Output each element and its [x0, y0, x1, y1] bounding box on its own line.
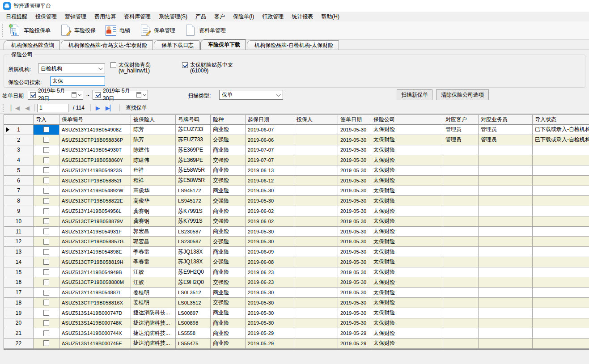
column-header-company[interactable]: 保险公司: [371, 115, 443, 125]
menu-item-6[interactable]: 产品: [191, 12, 210, 22]
column-header-insured[interactable]: 被保险人: [131, 115, 176, 125]
company-checkbox-qingdao[interactable]: 太保财险青岛 (w_hailinwf1): [110, 62, 151, 74]
current-page-input[interactable]: [37, 104, 68, 112]
checkbox-unchecked-icon[interactable]: [43, 290, 49, 296]
checkbox-unchecked-icon[interactable]: [43, 178, 49, 183]
checkbox-unchecked-icon[interactable]: [43, 320, 49, 326]
import-checkbox-cell[interactable]: [34, 135, 59, 145]
checkbox-unchecked-icon[interactable]: [43, 218, 49, 224]
menu-item-2[interactable]: 营销管理: [61, 12, 90, 22]
table-row[interactable]: 12ASUZ513CTP19B058857G郭宏昌LS230587交强险2019…: [4, 237, 589, 247]
checkbox-unchecked-icon[interactable]: [43, 127, 49, 132]
table-row[interactable]: 17ASUZ513Y1419B054887I姜桂明LS0L3512商业险2019…: [4, 288, 589, 298]
import-checkbox-cell[interactable]: [34, 308, 59, 318]
sign-date-to-picker[interactable]: 2019年 5月30日: [93, 90, 148, 100]
checkbox-checked-icon[interactable]: [30, 92, 36, 98]
import-checkbox-cell[interactable]: [34, 125, 59, 135]
import-checkbox-cell[interactable]: [34, 267, 59, 278]
menu-item-0[interactable]: 日程提醒: [2, 12, 31, 22]
checkbox-unchecked-icon[interactable]: [43, 208, 49, 214]
column-header-sign_date[interactable]: 签单日期: [338, 115, 371, 125]
table-row[interactable]: 22ASUZ513S1419B000745E捷达消防科技...LS55475商业…: [4, 339, 589, 349]
tab-3[interactable]: 车险保单下载: [200, 39, 246, 50]
column-header-applicant[interactable]: 投保人: [294, 115, 338, 125]
next-page-button[interactable]: ▶: [93, 105, 103, 111]
checkbox-unchecked-icon[interactable]: [43, 137, 49, 143]
column-header-start_date[interactable]: 起保日期: [246, 115, 294, 125]
import-checkbox-cell[interactable]: [34, 216, 59, 227]
table-row[interactable]: 11ASUZ513Y1419B054931F郭宏昌LS230587商业险2019…: [4, 227, 589, 237]
toolbar-grip[interactable]: [2, 24, 4, 37]
import-checkbox-cell[interactable]: [34, 339, 59, 349]
import-checkbox-cell[interactable]: [34, 328, 59, 339]
table-row[interactable]: 16ASUZ513CTP19B058880M江姣苏E9H2Q0交强险2019-0…: [4, 277, 589, 288]
scan-new-policies-button[interactable]: 扫描新保单: [397, 89, 432, 100]
scan-type-combobox[interactable]: 保单: [219, 90, 283, 100]
table-row[interactable]: 8ASUZ513CTP19B058822E高俊华LS945172交强险2019-…: [4, 196, 589, 206]
checkbox-unchecked-icon[interactable]: [43, 279, 49, 285]
menu-item-10[interactable]: 统计报表: [288, 12, 317, 22]
menu-item-1[interactable]: 投保管理: [31, 12, 61, 22]
toolbar-button-telemarketing[interactable]: 电销: [102, 23, 133, 38]
table-row[interactable]: 13ASUZ513Y1419B054898E季春雷苏JQ138X商业险2019-…: [4, 247, 589, 257]
menu-item-3[interactable]: 费用结算: [90, 12, 120, 22]
table-row[interactable]: 7ASUZ513Y1419B054892W高俊华LS945172商业险2019-…: [4, 186, 589, 196]
checkbox-unchecked-icon[interactable]: [43, 147, 49, 153]
checkbox-unchecked-icon[interactable]: [43, 269, 49, 275]
import-checkbox-cell[interactable]: [34, 176, 59, 186]
checkbox-unchecked-icon[interactable]: [43, 300, 49, 305]
first-page-button[interactable]: ▏◀: [8, 105, 22, 111]
column-header-plate[interactable]: 号牌号码: [176, 115, 211, 125]
checkbox-unchecked-icon[interactable]: [43, 340, 49, 346]
checkbox-checked-icon[interactable]: [182, 62, 188, 68]
import-checkbox-cell[interactable]: [34, 155, 59, 165]
org-combobox[interactable]: 自检机构: [38, 63, 105, 73]
import-checkbox-cell[interactable]: [34, 227, 59, 237]
table-row[interactable]: 20ASUZ513S1419B000748K捷达消防科技...LS00898商业…: [4, 318, 589, 329]
menu-item-4[interactable]: 资料库管理: [120, 12, 155, 22]
checkbox-unchecked-icon[interactable]: [43, 239, 49, 245]
checkbox-unchecked-icon[interactable]: [43, 259, 49, 265]
checkbox-unchecked-icon[interactable]: [43, 310, 49, 316]
calendar-icon[interactable]: [136, 92, 141, 97]
table-row[interactable]: 10ASUZ513CTP19B058879V龚赛钢苏K7991S交强险2019-…: [4, 216, 589, 227]
table-row[interactable]: 1ASUZ513Y1419B054908Z陈芳苏EUZ733商业险2019-06…: [4, 125, 589, 135]
import-checkbox-cell[interactable]: [34, 247, 59, 257]
company-search-input[interactable]: [50, 76, 105, 86]
toolbar-button-car-insure[interactable]: 车险投保: [57, 23, 98, 38]
column-header-status[interactable]: 导入状态: [533, 115, 589, 125]
sign-date-from-picker[interactable]: 2019年 5月28日: [28, 90, 83, 100]
column-header-policy_no[interactable]: 保单编号: [59, 115, 131, 125]
menu-item-5[interactable]: 系统管理(S): [155, 12, 191, 22]
chevron-down-icon[interactable]: [143, 93, 147, 96]
column-header-risk_type[interactable]: 险种: [211, 115, 246, 125]
import-checkbox-cell[interactable]: [34, 288, 59, 298]
checkbox-unchecked-icon[interactable]: [43, 249, 49, 255]
table-row[interactable]: 14ASUZ513CTP19B058819H季春雷苏JQ138X交强险2019-…: [4, 257, 589, 267]
column-header-salesman[interactable]: 对应业务员: [479, 115, 533, 125]
tab-1[interactable]: 机构保险品牌-青岛安达-华泰财险: [61, 40, 153, 50]
import-checkbox-cell[interactable]: [34, 298, 59, 308]
company-checkbox-gusu[interactable]: 太保财险姑苏中支 (61009): [182, 62, 233, 74]
import-checkbox-cell[interactable]: [34, 165, 59, 176]
table-row[interactable]: 4ASUZ513CTP19B058860Y陈建伟苏E369PE交强险2019-0…: [4, 155, 589, 165]
table-row[interactable]: 19ASUZ513S1419B000747D捷达消防科技...LS00897商业…: [4, 308, 589, 318]
table-row[interactable]: 21ASUZ513S1419B000744X捷达消防科技...LS5558商业险…: [4, 328, 589, 339]
table-row[interactable]: 15ASUZ513Y1419B054949B江姣苏E9H2Q0商业险2019-0…: [4, 267, 589, 278]
table-row[interactable]: 18ASUZ513CTP19B058816X姜桂明LS0L3512交强险2019…: [4, 298, 589, 308]
checkbox-unchecked-icon[interactable]: [43, 229, 49, 234]
checkbox-unchecked-icon[interactable]: [43, 330, 49, 336]
table-row[interactable]: 9ASUZ513Y1419B054956L龚赛钢苏K7991S商业险2019-0…: [4, 206, 589, 216]
menu-item-11[interactable]: 帮助(H): [317, 12, 343, 22]
table-row[interactable]: 2ASUZ513CTP19B058836P陈芳苏EUZ733交强险2019-06…: [4, 135, 589, 145]
column-header-rowhdr[interactable]: [4, 115, 34, 125]
checkbox-unchecked-icon[interactable]: [43, 188, 49, 194]
import-checkbox-cell[interactable]: [34, 257, 59, 267]
checkbox-unchecked-icon[interactable]: [110, 62, 116, 68]
import-checkbox-cell[interactable]: [34, 318, 59, 329]
column-header-customer[interactable]: 对应客户: [443, 115, 479, 125]
chevron-down-icon[interactable]: [78, 93, 82, 96]
import-checkbox-cell[interactable]: [34, 196, 59, 206]
calendar-icon[interactable]: [72, 92, 76, 97]
toolbar-button-car-policy-form[interactable]: ✻ 车险投保单: [6, 23, 53, 38]
